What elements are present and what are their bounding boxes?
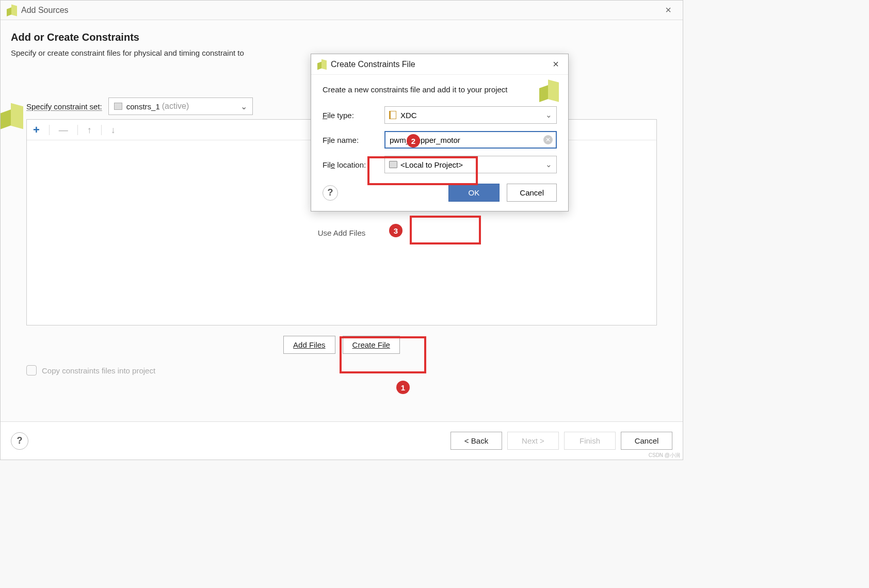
next-label: Next > — [522, 436, 544, 445]
create-file-label: Create File — [352, 340, 390, 349]
back-button[interactable]: < Back — [450, 432, 502, 450]
file-name-row: File name: pwm_stepper_motor ✕ — [323, 131, 557, 149]
chevron-down-icon: ⌄ — [240, 102, 247, 111]
file-name-input[interactable]: pwm_stepper_motor ✕ — [384, 131, 557, 149]
file-name-label: File name: — [323, 136, 384, 144]
file-type-row: File type: XDC ⌄ — [323, 106, 557, 124]
copy-files-label: Copy constraints files into project — [42, 366, 155, 375]
add-file-button[interactable]: + — [33, 124, 40, 136]
move-up-button[interactable]: ↑ — [87, 125, 92, 135]
dialog-help-button[interactable]: ? — [323, 185, 338, 201]
file-location-value: <Local to Project> — [400, 160, 463, 169]
ok-button[interactable]: OK — [448, 184, 500, 202]
dialog-titlebar: Create Constraints File × — [311, 54, 568, 75]
toolbar-divider — [101, 125, 102, 135]
dialog-cancel-button[interactable]: Cancel — [507, 184, 557, 202]
app-icon — [7, 5, 17, 15]
page-heading: Add or Create Constraints — [11, 31, 672, 43]
cancel-button[interactable]: Cancel — [621, 432, 672, 450]
finish-label: Finish — [580, 436, 600, 445]
dialog-footer: ? OK Cancel — [323, 184, 557, 202]
file-location-label: File location: — [323, 160, 384, 169]
folder-icon — [114, 103, 122, 110]
help-button[interactable]: ? — [11, 432, 28, 450]
constraint-set-dropdown[interactable]: constrs_1 (active) ⌄ — [108, 97, 253, 115]
file-location-dropdown[interactable]: <Local to Project> ⌄ — [384, 156, 557, 173]
back-label: < Back — [464, 436, 488, 445]
toolbar-divider — [49, 125, 50, 135]
copy-files-checkbox[interactable] — [26, 365, 37, 375]
finish-button: Finish — [564, 432, 616, 450]
file-name-value: pwm_stepper_motor — [390, 136, 460, 144]
file-type-value: XDC — [400, 111, 417, 120]
constraint-set-label: Specify constraint set: — [26, 102, 102, 111]
constraint-set-tag: (active) — [162, 102, 189, 111]
window-title: Add Sources — [21, 6, 69, 15]
wizard-footer: ? < Back Next > Finish Cancel — [1, 421, 683, 460]
toolbar-divider — [77, 125, 78, 135]
copy-files-row: Copy constraints files into project — [26, 365, 672, 375]
dialog-brand-icon — [539, 81, 559, 101]
cancel-label: Cancel — [635, 436, 659, 445]
move-down-button[interactable]: ↓ — [111, 125, 116, 135]
file-buttons-row: Add Files Create File — [11, 336, 672, 354]
create-file-button[interactable]: Create File — [343, 336, 400, 354]
file-location-row: File location: <Local to Project> ⌄ — [323, 156, 557, 173]
file-type-icon — [389, 111, 396, 119]
dialog-close-button[interactable]: × — [550, 56, 562, 72]
disk-icon — [389, 161, 397, 168]
next-button: Next > — [507, 432, 559, 450]
watermark: CSDN @小润 — [649, 452, 680, 459]
brand-icon — [1, 105, 23, 127]
constraint-set-value: constrs_1 — [126, 102, 160, 111]
file-type-dropdown[interactable]: XDC ⌄ — [384, 106, 557, 124]
dialog-app-icon — [317, 60, 327, 69]
create-constraints-dialog: Create Constraints File × Create a new c… — [311, 54, 569, 211]
dialog-title: Create Constraints File — [331, 60, 415, 69]
window-titlebar: Add Sources × — [1, 1, 683, 20]
add-files-label: Add Files — [293, 340, 326, 349]
file-type-label: File type: — [323, 111, 384, 120]
chevron-down-icon: ⌄ — [545, 160, 552, 169]
dialog-description: Create a new constraints file and add it… — [323, 85, 519, 94]
window-close-button[interactable]: × — [660, 2, 677, 18]
chevron-down-icon: ⌄ — [545, 110, 552, 120]
dialog-body: Create a new constraints file and add it… — [311, 75, 568, 211]
remove-file-button[interactable]: — — [59, 125, 68, 135]
clear-input-button[interactable]: ✕ — [543, 135, 553, 144]
add-files-button[interactable]: Add Files — [283, 336, 335, 354]
